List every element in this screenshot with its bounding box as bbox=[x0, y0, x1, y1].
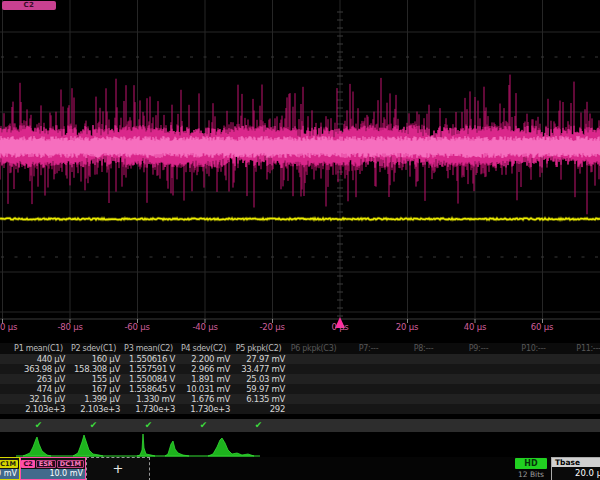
measure-row: 32.16 µV1.399 µV1.330 mV1.676 mV6.135 mV bbox=[0, 394, 600, 404]
measure-value: 10.031 mV bbox=[177, 384, 230, 394]
time-axis-label: 40 µs bbox=[464, 322, 486, 332]
measure-value: 1.399 µV bbox=[67, 394, 120, 404]
timebase-value: 20.0 µs/div bbox=[552, 467, 600, 479]
c1-scale-value: 10.0 mV bbox=[0, 469, 19, 479]
measure-row: 2.103e+32.103e+31.730e+31.730e+3292 bbox=[0, 404, 600, 414]
descriptor-bar: DC1M 10.0 mV C2 ESR DC1M 10.0 mV + HD 12… bbox=[0, 457, 600, 480]
add-trace-button[interactable]: + bbox=[86, 457, 150, 480]
time-axis-label: -60 µs bbox=[124, 322, 149, 332]
measure-header-p7[interactable]: P7:--- bbox=[342, 344, 395, 353]
channel-c2-descriptor[interactable]: C2 ESR DC1M 10.0 mV bbox=[20, 457, 86, 480]
measure-header-p3[interactable]: P3 mean(C2) bbox=[122, 344, 175, 353]
channel-c1-descriptor[interactable]: DC1M 10.0 mV bbox=[0, 457, 20, 480]
measure-value: 1.330 mV bbox=[122, 394, 175, 404]
measure-value: 167 µV bbox=[67, 384, 120, 394]
measure-value: 1.557591 V bbox=[122, 364, 175, 374]
measure-status-check: ✔ bbox=[232, 420, 285, 431]
measure-header-p11[interactable]: P11:--- bbox=[562, 344, 600, 353]
measure-value: 160 µV bbox=[67, 354, 120, 364]
measure-status-check: ✔ bbox=[67, 420, 120, 431]
c2-label-chip: C2 bbox=[21, 460, 34, 468]
c1-coupling-chip: DC1M bbox=[0, 460, 18, 468]
measure-header-p9[interactable]: P9:--- bbox=[452, 344, 505, 353]
measure-value: 474 µV bbox=[12, 384, 65, 394]
measure-value: 1.730e+3 bbox=[177, 404, 230, 414]
measure-value: 32.16 µV bbox=[12, 394, 65, 404]
measure-header-p5[interactable]: P5 pkpk(C2) bbox=[232, 344, 285, 353]
time-axis-label: 20 µs bbox=[396, 322, 418, 332]
measure-value: 363.98 µV bbox=[12, 364, 65, 374]
measure-header-p4[interactable]: P4 sdev(C2) bbox=[177, 344, 230, 353]
measure-value: 25.03 mV bbox=[232, 374, 285, 384]
time-axis-label: -40 µs bbox=[192, 322, 217, 332]
measure-header-p1[interactable]: P1 mean(C1) bbox=[12, 344, 65, 353]
measure-value: 1.550616 V bbox=[122, 354, 175, 364]
hd-mode-badge[interactable]: HD bbox=[515, 458, 547, 469]
measure-value: 27.97 mV bbox=[232, 354, 285, 364]
measure-value: 292 bbox=[232, 404, 285, 414]
measure-value: 2.200 mV bbox=[177, 354, 230, 364]
measure-status-check: ✔ bbox=[12, 420, 65, 431]
measure-header-p6[interactable]: P6 pkpk(C3) bbox=[287, 344, 340, 353]
measure-value: 6.135 mV bbox=[232, 394, 285, 404]
measure-value: 440 µV bbox=[12, 354, 65, 364]
measure-value: 1.550084 V bbox=[122, 374, 175, 384]
measure-status-strip: ✔✔✔✔✔ bbox=[0, 419, 600, 432]
measure-value: 1.558645 V bbox=[122, 384, 175, 394]
waveform-svg bbox=[0, 0, 600, 343]
waveform-plot-area[interactable]: C2 -100 µs-80 µs-60 µs-40 µs-20 µs0 µs20… bbox=[0, 0, 600, 343]
measure-header-p8[interactable]: P8:--- bbox=[397, 344, 450, 353]
measurement-table: P1 mean(C1)P2 sdev(C1)P3 mean(C2)P4 sdev… bbox=[0, 343, 600, 414]
measure-value: 2.103e+3 bbox=[67, 404, 120, 414]
hd-bits-label: 12 Bits bbox=[508, 470, 554, 479]
measure-value: 263 µV bbox=[12, 374, 65, 384]
measure-value: 158.308 µV bbox=[67, 364, 120, 374]
timebase-title: Tbase bbox=[552, 458, 600, 467]
measure-header-row: P1 mean(C1)P2 sdev(C1)P3 mean(C2)P4 sdev… bbox=[0, 343, 600, 354]
measure-value: 1.891 mV bbox=[177, 374, 230, 384]
c2-scale-value: 10.0 mV bbox=[21, 469, 85, 479]
time-axis: -100 µs-80 µs-60 µs-40 µs-20 µs0 µs20 µs… bbox=[0, 322, 600, 334]
measure-header-p2[interactable]: P2 sdev(C1) bbox=[67, 344, 120, 353]
histicon bbox=[137, 434, 155, 456]
trace-label-badge: C2 bbox=[2, 1, 56, 10]
measure-value: 2.966 mV bbox=[177, 364, 230, 374]
c2-esr-chip: ESR bbox=[36, 460, 56, 468]
measure-header-p10[interactable]: P10:--- bbox=[507, 344, 560, 353]
histicon bbox=[165, 441, 189, 456]
histicon bbox=[23, 437, 51, 456]
measure-value: 155 µV bbox=[67, 374, 120, 384]
measure-value: 1.676 mV bbox=[177, 394, 230, 404]
histicon bbox=[73, 435, 103, 456]
measure-status-check: ✔ bbox=[122, 420, 175, 431]
measure-row: 263 µV155 µV1.550084 V1.891 mV25.03 mV bbox=[0, 374, 600, 384]
oscilloscope-screen: { "trace_badge": { "label": "C2" }, "tim… bbox=[0, 0, 600, 480]
measure-body: 440 µV160 µV1.550616 V2.200 mV27.97 mV36… bbox=[0, 354, 600, 414]
measure-row: 363.98 µV158.308 µV1.557591 V2.966 mV33.… bbox=[0, 364, 600, 374]
measure-value: 33.477 mV bbox=[232, 364, 285, 374]
measure-row: 440 µV160 µV1.550616 V2.200 mV27.97 mV bbox=[0, 354, 600, 364]
measure-status-check: ✔ bbox=[177, 420, 230, 431]
measure-value: 2.103e+3 bbox=[12, 404, 65, 414]
time-axis-label: -100 µs bbox=[0, 322, 17, 332]
measure-value: 59.97 mV bbox=[232, 384, 285, 394]
measure-value: 1.730e+3 bbox=[122, 404, 175, 414]
time-axis-label: 0 µs bbox=[331, 322, 348, 332]
timebase-descriptor[interactable]: Tbase 20.0 µs/div bbox=[551, 457, 600, 480]
time-axis-label: 60 µs bbox=[531, 322, 553, 332]
time-axis-label: -80 µs bbox=[57, 322, 82, 332]
histicon bbox=[208, 438, 254, 456]
c1-trace bbox=[0, 218, 600, 220]
c2-coupling-chip: DC1M bbox=[57, 460, 84, 468]
measure-row: 474 µV167 µV1.558645 V10.031 mV59.97 mV bbox=[0, 384, 600, 394]
time-axis-label: -20 µs bbox=[259, 322, 284, 332]
measurement-histicons bbox=[0, 433, 600, 459]
